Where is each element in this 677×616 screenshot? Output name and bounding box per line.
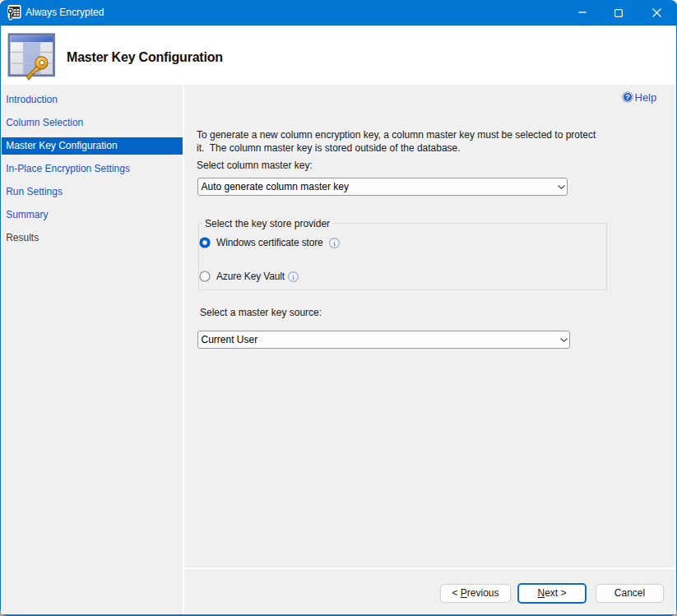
svg-text:?: ? (625, 92, 630, 101)
